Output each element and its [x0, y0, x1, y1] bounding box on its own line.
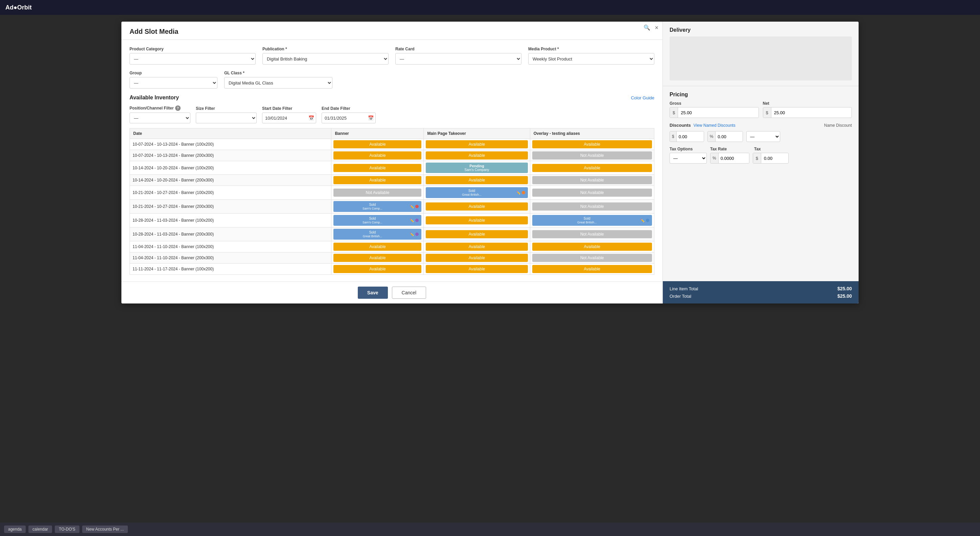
bottom-tab[interactable]: agenda: [4, 525, 26, 533]
available-button[interactable]: Available: [426, 254, 528, 262]
line-item-total-label: Line Item Total: [670, 286, 698, 291]
inventory-cell: Not Available: [530, 150, 654, 161]
discount-percent-input[interactable]: [716, 132, 743, 142]
order-total-row: Order Total $25.00: [670, 293, 852, 299]
available-button[interactable]: Available: [532, 265, 652, 273]
not-available-button: Not Available: [532, 230, 652, 238]
available-button[interactable]: Available: [426, 151, 528, 160]
available-button[interactable]: Available: [426, 243, 528, 251]
close-button[interactable]: ×: [655, 24, 659, 32]
sold-button[interactable]: SoldGreat British...✏️: [333, 229, 422, 239]
table-row: 11-04-2024 - 11-10-2024 - Banner (200x30…: [130, 252, 654, 263]
start-date-calendar-icon[interactable]: 📅: [309, 115, 314, 121]
delivery-placeholder: [670, 36, 852, 81]
inventory-cell: SoldSam's Comp...✏️: [331, 214, 424, 227]
media-product-select[interactable]: Weekly Slot Product: [528, 53, 654, 65]
available-button[interactable]: Available: [426, 176, 528, 184]
tax-amount-input[interactable]: [761, 153, 788, 163]
tax-rate-input[interactable]: [719, 153, 749, 163]
available-button[interactable]: Available: [333, 176, 422, 184]
name-discount-label: Name Discount: [824, 123, 852, 128]
modal-sidebar: Delivery Pricing Gross $ Net: [662, 22, 859, 303]
media-product-group: Media Product * Weekly Slot Product: [528, 47, 654, 65]
inventory-cell: Available: [331, 175, 424, 186]
save-button[interactable]: Save: [358, 287, 388, 299]
start-date-input[interactable]: [262, 113, 316, 123]
table-row: 10-28-2024 - 11-03-2024 - Banner (100x20…: [130, 214, 654, 227]
available-button[interactable]: Available: [333, 265, 422, 273]
gl-class-select[interactable]: Digital Media GL Class: [224, 77, 332, 89]
pending-button[interactable]: PendingSam's Company: [426, 163, 528, 173]
inventory-cell: Available: [424, 252, 530, 263]
bottom-tab[interactable]: TO-DO'S: [55, 525, 80, 533]
position-filter-select[interactable]: —: [129, 113, 190, 123]
end-date-input[interactable]: [321, 113, 376, 123]
bottom-tab[interactable]: New Accounts Per ...: [82, 525, 128, 533]
date-cell: 10-07-2024 - 10-13-2024 - Banner (200x30…: [130, 150, 331, 161]
inventory-cell: Available: [424, 214, 530, 227]
color-guide-link[interactable]: Color Guide: [631, 95, 654, 100]
bottom-tab[interactable]: calendar: [29, 525, 52, 533]
view-named-discounts-link[interactable]: View Named Discounts: [694, 123, 735, 128]
table-row: 10-14-2024 - 10-20-2024 - Banner (200x30…: [130, 175, 654, 186]
start-date-input-wrapper: 📅: [262, 113, 316, 123]
inventory-cell: Available: [530, 263, 654, 275]
available-button[interactable]: Available: [426, 216, 528, 224]
available-button[interactable]: Available: [333, 164, 422, 172]
group-select[interactable]: —: [129, 77, 218, 89]
gross-input[interactable]: [678, 108, 758, 117]
sold-button[interactable]: SoldGreat British...✏️: [426, 187, 528, 198]
available-button[interactable]: Available: [333, 140, 422, 148]
available-button[interactable]: Available: [333, 243, 422, 251]
name-discount-select[interactable]: —: [746, 131, 780, 142]
inventory-cell: Available: [424, 241, 530, 252]
date-cell: 11-04-2024 - 11-10-2024 - Banner (100x20…: [130, 241, 331, 252]
not-available-button: Not Available: [532, 176, 652, 184]
inventory-cell: SoldSam's Comp...✏️: [331, 200, 424, 214]
zoom-button[interactable]: 🔍: [644, 24, 650, 31]
size-filter-select[interactable]: [196, 113, 257, 123]
bottombar: agendacalendarTO-DO'SNew Accounts Per ..…: [0, 522, 980, 536]
publication-label: Publication *: [262, 47, 388, 51]
inventory-cell: Available: [530, 139, 654, 150]
filter-row: Position/Channel Filter ? — Size Filter: [129, 105, 654, 123]
available-button[interactable]: Available: [426, 203, 528, 211]
available-button[interactable]: Available: [426, 230, 528, 238]
inventory-cell: Available: [331, 161, 424, 175]
available-button[interactable]: Available: [426, 265, 528, 273]
sidebar-totals: Line Item Total $25.00 Order Total $25.0…: [663, 281, 859, 303]
discount-percent-field: %: [708, 131, 743, 142]
col-date: Date: [130, 128, 331, 139]
discounts-fields: $ % —: [670, 131, 852, 142]
help-icon[interactable]: ?: [175, 105, 181, 111]
available-button[interactable]: Available: [333, 151, 422, 160]
not-available-button: Not Available: [532, 151, 652, 160]
available-button[interactable]: Available: [532, 140, 652, 148]
inventory-section-header: Available Inventory Color Guide: [129, 95, 654, 101]
discount-dollar-input[interactable]: [677, 132, 704, 142]
available-button[interactable]: Available: [333, 254, 422, 262]
cancel-button[interactable]: Cancel: [392, 287, 426, 299]
tax-labels-row: Tax Options Tax Rate Tax: [670, 147, 852, 151]
inventory-cell: Not Available: [530, 227, 654, 241]
available-button[interactable]: Available: [426, 140, 528, 148]
publication-select[interactable]: Digital British Baking: [262, 53, 388, 65]
end-date-calendar-icon[interactable]: 📅: [368, 115, 374, 121]
modal-container: Add Slot Media 🔍 × Product Category — Pu: [121, 22, 859, 303]
available-button[interactable]: Available: [532, 243, 652, 251]
product-category-select[interactable]: —: [129, 53, 256, 65]
net-input[interactable]: [772, 108, 851, 117]
rate-card-select[interactable]: —: [395, 53, 522, 65]
sold-button[interactable]: SoldGreat British...✏️: [532, 215, 652, 226]
available-button[interactable]: Available: [532, 164, 652, 172]
rate-card-group: Rate Card —: [395, 47, 522, 65]
inventory-cell: Not Available: [530, 186, 654, 200]
tax-options-select[interactable]: —: [670, 153, 707, 163]
date-cell: 11-04-2024 - 11-10-2024 - Banner (200x30…: [130, 252, 331, 263]
not-available-button: Not Available: [532, 189, 652, 197]
tax-label: Tax: [754, 147, 761, 151]
date-cell: 10-21-2024 - 10-27-2024 - Banner (200x30…: [130, 200, 331, 214]
sold-button[interactable]: SoldSam's Comp...✏️: [333, 201, 422, 212]
modal-header: Add Slot Media 🔍 ×: [121, 22, 662, 40]
sold-button[interactable]: SoldSam's Comp...✏️: [333, 215, 422, 226]
